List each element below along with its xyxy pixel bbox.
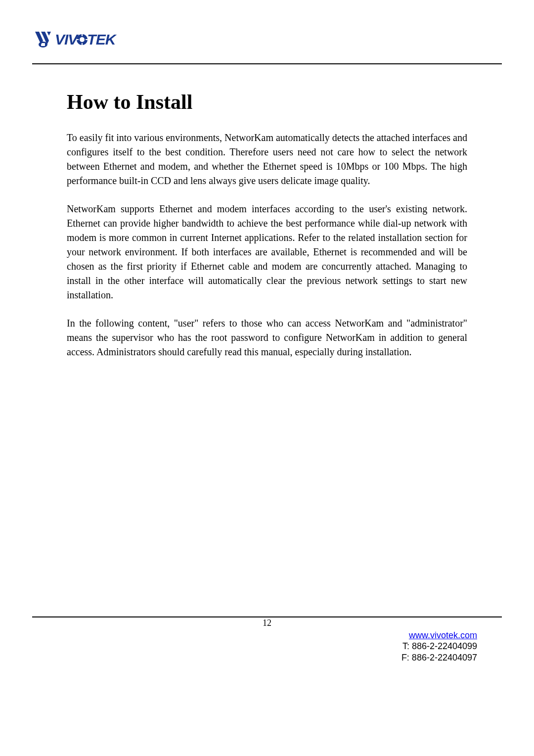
paragraph-2: NetworKam supports Ethernet and modem in… [67,202,467,302]
logo-brand-text: VIVTEK [55,31,115,48]
document-page: VIVTEK How to Install To easily fit into… [0,0,534,756]
paragraph-1: To easily fit into various environments,… [67,131,467,188]
telephone-text: T: 886-2-22404099 [401,641,477,652]
paragraph-3: In the following content, "user" refers … [67,316,467,359]
footer-info: www.vivotek.com T: 886-2-22404099 F: 886… [401,630,477,663]
svg-rect-5 [82,43,83,45]
page-title: How to Install [67,90,467,114]
bottom-divider [32,616,502,617]
fax-text: F: 886-2-22404097 [401,652,477,663]
svg-rect-1 [41,43,45,46]
logo-area: VIVTEK [32,30,502,49]
svg-rect-6 [77,39,79,40]
vivotek-logo-icon [32,30,52,49]
content-area: How to Install To easily fit into variou… [32,64,502,359]
website-link[interactable]: www.vivotek.com [409,630,477,640]
page-number: 12 [0,618,534,628]
svg-rect-4 [82,34,83,36]
svg-point-3 [80,37,85,42]
